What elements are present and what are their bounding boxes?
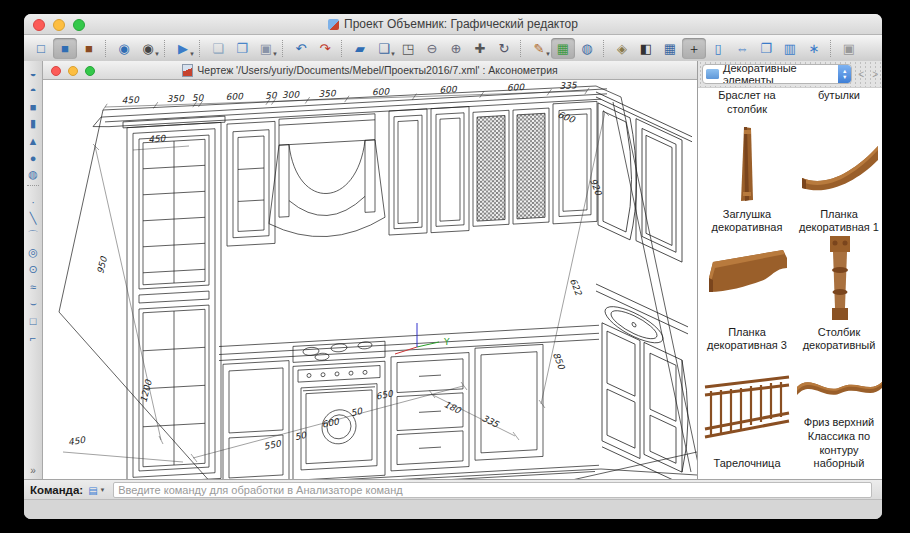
document-titlebar[interactable]: Чертеж '/Users/yuriy/Documents/Mebel/Про…	[43, 61, 697, 80]
redo-icon[interactable]: ↷	[313, 38, 337, 59]
library-next-button[interactable]: >	[870, 69, 880, 80]
spline-icon[interactable]: ≈	[24, 278, 42, 295]
library-item-thumbnail	[703, 239, 791, 326]
dimension-label: 450	[148, 133, 167, 144]
app-titlebar: Проект Объемник: Графический редактор	[24, 14, 882, 35]
undo-icon[interactable]: ↶	[289, 38, 313, 59]
scatter-icon[interactable]: ∗	[802, 38, 826, 59]
arc3p-icon[interactable]: ⌣	[24, 295, 42, 312]
library-prev-button[interactable]: <	[856, 69, 866, 80]
save-fragment-icon[interactable]: ▣	[837, 38, 861, 59]
texture-icon[interactable]: ◧	[634, 38, 658, 59]
dimension-label: 600	[507, 82, 526, 93]
doc-minimize-button[interactable]	[68, 66, 78, 76]
layers-cube-icon[interactable]: ❑▼	[372, 38, 396, 59]
spreadsheet-icon[interactable]: ▦	[658, 38, 682, 59]
library-item[interactable]: Планка декоративная 1	[793, 121, 882, 239]
arc-icon[interactable]: ⌒	[24, 227, 42, 244]
group-icon[interactable]: ▥	[778, 38, 802, 59]
add-object-icon[interactable]: ＋	[682, 38, 706, 59]
dimension-label: 350	[318, 88, 337, 99]
zoom-in-icon[interactable]: ⊕	[444, 38, 468, 59]
dimension-label: 600	[556, 109, 577, 125]
zoom-button[interactable]	[73, 19, 85, 31]
library-item-label: Планка декоративная 3	[701, 326, 793, 358]
edit-height-icon[interactable]: ▯	[706, 38, 730, 59]
library-item-label: Столбик декоративный	[793, 326, 882, 358]
status-bar	[24, 499, 882, 519]
command-label: Команда:	[30, 484, 83, 496]
solid-sphere-icon[interactable]: ●	[24, 149, 42, 166]
select-stepper-icon: ▲▼	[838, 65, 851, 83]
stretch-icon[interactable]: ⇔	[730, 38, 754, 59]
library-item[interactable]: Столбик декоративный	[793, 239, 882, 357]
library-category-select[interactable]: Декоративные элементы ▲▼	[702, 64, 852, 84]
dimension-label: 622	[568, 277, 584, 298]
solid-cone-icon[interactable]: ▲	[24, 132, 42, 149]
circle-icon[interactable]: ◎	[24, 244, 42, 261]
new-document-icon[interactable]: ❏	[206, 38, 230, 59]
doc-zoom-button[interactable]	[85, 66, 95, 76]
rectangle-icon[interactable]: □	[24, 312, 42, 329]
library-item-label: Браслет на столбик	[701, 89, 793, 121]
open-document-icon[interactable]: ❐	[230, 38, 254, 59]
line-icon[interactable]: ╲	[24, 210, 42, 227]
solid-cylinder-icon[interactable]: ▮	[24, 115, 42, 132]
library-item[interactable]: бутылки	[793, 89, 882, 121]
library-item[interactable]: Тарелочница	[701, 357, 793, 475]
close-button[interactable]	[33, 19, 45, 31]
dropdown-arrow-icon: ▼	[154, 51, 160, 57]
ellipse-icon[interactable]: ⊙	[24, 261, 42, 278]
save-icon[interactable]: ▣▼	[254, 38, 278, 59]
render-camera-icon[interactable]: ◉	[112, 38, 136, 59]
fillet-icon[interactable]: ⌐	[24, 329, 42, 346]
minimize-button[interactable]	[53, 19, 65, 31]
solid-slab-icon[interactable]: ◓	[24, 81, 42, 98]
wire-cube-icon[interactable]: □	[29, 38, 53, 59]
point-icon[interactable]: ·	[24, 193, 42, 210]
dimension-label: 650	[375, 388, 395, 402]
app-title: Проект Объемник: Графический редактор	[328, 17, 578, 31]
library-category-label: Декоративные элементы	[723, 64, 838, 84]
toolbar-separator	[164, 40, 167, 57]
command-bar: Команда: ▤▼	[24, 479, 882, 500]
solid-box-icon[interactable]: ■	[24, 98, 42, 115]
kitchen-wireframe	[59, 86, 697, 480]
materials-icon[interactable]: ◈	[610, 38, 634, 59]
library-item[interactable]: Планка декоративная 3	[701, 239, 793, 357]
dimension-label: 950	[95, 254, 109, 274]
app-title-text: Проект Объемник: Графический редактор	[344, 17, 578, 31]
zoom-extents-icon[interactable]: ◳	[396, 38, 420, 59]
textured-cube-icon[interactable]: ■	[77, 38, 101, 59]
view-mode-icon[interactable]: ▶▼	[171, 38, 195, 59]
document-window: Чертеж '/Users/yuriy/Documents/Mebel/Про…	[43, 61, 698, 480]
library-item[interactable]: Браслет на столбик	[701, 89, 793, 121]
solid-hemisphere-icon[interactable]: ◍	[24, 166, 42, 183]
window-controls	[33, 19, 85, 31]
render-scene-icon[interactable]: ◍	[575, 38, 599, 59]
doc-close-button[interactable]	[51, 66, 61, 76]
paint-icon[interactable]: ✎▼	[527, 38, 551, 59]
library-item[interactable]: Фриз верхний Классика по контуру наборны…	[793, 357, 882, 475]
library-item[interactable]: Заглушка декоративная	[701, 121, 793, 239]
more-tools-icon[interactable]: »	[30, 465, 36, 476]
command-history-icon[interactable]: ▤▼	[88, 484, 108, 497]
dimension-label: 600	[226, 91, 245, 102]
dimension-label: 920	[588, 177, 604, 198]
pan-icon[interactable]: ✚	[468, 38, 492, 59]
command-input[interactable]	[113, 482, 872, 498]
solid-cube-icon[interactable]: ■	[53, 38, 77, 59]
copy-object-icon[interactable]: ❐	[754, 38, 778, 59]
dimension-label: 550	[263, 438, 283, 452]
dimension-label: 450	[67, 435, 87, 447]
solid-ufo-icon[interactable]: ◒	[24, 64, 42, 81]
drawing-canvas[interactable]: Y 45035050600503003506006006003354509501…	[43, 80, 697, 480]
orbit-icon[interactable]: ↻	[492, 38, 516, 59]
kitchen-drawing[interactable]: Y 45035050600503003506006006003354509501…	[43, 80, 697, 480]
presentation-icon[interactable]: ▰	[348, 38, 372, 59]
document-title-text: Чертеж '/Users/yuriy/Documents/Mebel/Про…	[197, 64, 557, 76]
sidebar-separator	[27, 185, 39, 191]
camera-options-icon[interactable]: ◉▼	[136, 38, 160, 59]
zoom-window-icon[interactable]: ⊖	[420, 38, 444, 59]
render-window-icon[interactable]: ▦	[551, 38, 575, 59]
